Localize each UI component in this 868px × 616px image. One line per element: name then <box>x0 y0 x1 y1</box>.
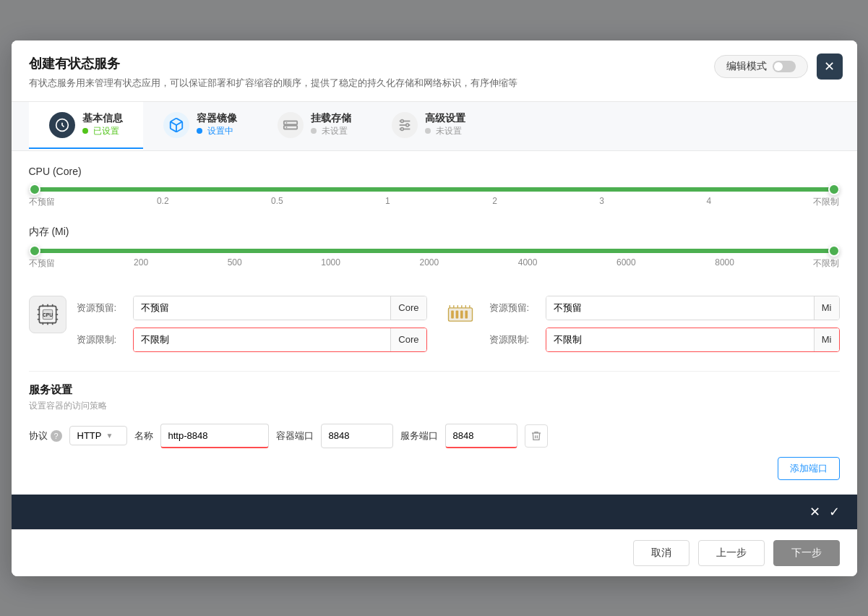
tab-container-title: 容器镜像 <box>197 112 237 125</box>
tab-basic-title: 基本信息 <box>82 112 123 125</box>
name-label: 名称 <box>134 429 153 442</box>
tab-basic[interactable]: 基本信息 已设置 <box>29 102 143 150</box>
cpu-slider-thumb-right[interactable] <box>828 184 840 195</box>
service-settings-desc: 设置容器的访问策略 <box>29 400 840 412</box>
cpu-tick-6: 4 <box>706 196 711 208</box>
memory-slider-thumb-right[interactable] <box>828 245 840 257</box>
service-settings-title: 服务设置 <box>29 383 840 397</box>
tab-storage-dot <box>311 128 317 134</box>
protocol-help-icon[interactable]: ? <box>51 430 62 442</box>
tab-storage-title: 挂载存储 <box>311 112 351 125</box>
next-button[interactable]: 下一步 <box>773 540 840 566</box>
name-input[interactable] <box>160 424 269 448</box>
memory-reserve-row: 资源预留: Mi <box>489 296 840 320</box>
svg-point-9 <box>400 119 403 122</box>
tab-basic-subtitle: 已设置 <box>82 125 123 137</box>
tab-storage[interactable]: 挂载存储 未设置 <box>257 102 371 150</box>
tab-advanced-icon <box>392 112 418 138</box>
cpu-limit-input[interactable] <box>134 328 391 351</box>
main-modal: 创建有状态服务 有状态服务用来管理有状态应用，可以保证部署和扩容缩容的顺序，提供… <box>12 40 857 576</box>
memory-slider-track <box>29 249 840 253</box>
svg-text:CPU: CPU <box>42 312 52 317</box>
svg-point-11 <box>400 127 403 130</box>
cpu-icon: CPU <box>29 296 66 333</box>
tab-advanced-subtitle: 未设置 <box>425 125 465 137</box>
cpu-reserve-input[interactable] <box>134 296 391 320</box>
memory-slider-section: 内存 (Mi) 不预留 200 500 1000 2000 4000 6000 … <box>12 223 857 284</box>
edit-mode-button[interactable]: 编辑模式 <box>714 55 808 78</box>
add-port-button[interactable]: 添加端口 <box>778 457 840 480</box>
modal-footer: 取消 上一步 下一步 <box>12 529 857 576</box>
tab-container-icon <box>163 112 189 138</box>
cpu-slider-track-wrap[interactable] <box>29 187 840 192</box>
mem-tick-5: 4000 <box>518 257 538 270</box>
tab-advanced-title: 高级设置 <box>425 112 465 125</box>
cpu-tick-3: 1 <box>385 196 390 208</box>
cpu-tick-0: 不预留 <box>29 196 55 208</box>
cpu-limit-label: 资源限制: <box>77 333 127 346</box>
service-settings-section: 服务设置 设置容器的访问策略 协议 ? HTTP ▼ 名称 <box>12 372 857 495</box>
svg-rect-31 <box>465 310 468 318</box>
cpu-slider-ticks: 不预留 0.2 0.5 1 2 3 4 不限制 <box>29 196 840 208</box>
mem-tick-2: 500 <box>228 257 242 270</box>
svg-point-10 <box>405 124 408 127</box>
tab-advanced[interactable]: 高级设置 未设置 <box>371 102 486 150</box>
header-controls: 编辑模式 ✕ <box>714 54 843 80</box>
service-port-input[interactable] <box>445 424 517 448</box>
bottom-confirm-button[interactable]: ✓ <box>829 504 840 520</box>
svg-rect-30 <box>460 310 463 318</box>
memory-reserve-unit: Mi <box>814 296 839 320</box>
port-row: 协议 ? HTTP ▼ 名称 容器端口 服务端口 <box>29 424 840 448</box>
memory-slider-label: 内存 (Mi) <box>29 226 840 239</box>
tab-container-dot <box>197 128 202 134</box>
container-port-input[interactable] <box>321 424 393 448</box>
memory-reserve-label: 资源预留: <box>489 301 540 315</box>
memory-slider-ticks: 不预留 200 500 1000 2000 4000 6000 8000 不限制 <box>29 257 840 270</box>
cpu-limit-row: 资源限制: Core <box>77 328 427 352</box>
back-button[interactable]: 上一步 <box>698 540 765 566</box>
cpu-reserve-input-wrap: Core <box>133 296 427 320</box>
mem-tick-6: 6000 <box>616 257 636 270</box>
protocol-select[interactable]: HTTP ▼ <box>69 426 127 445</box>
tab-basic-dot <box>82 128 88 134</box>
cpu-tick-7: 不限制 <box>813 196 839 208</box>
tab-basic-text: 基本信息 已设置 <box>82 112 123 137</box>
mem-tick-7: 8000 <box>715 257 734 270</box>
cpu-tick-5: 3 <box>599 196 604 208</box>
tab-container[interactable]: 容器镜像 设置中 <box>143 102 257 150</box>
delete-port-button[interactable] <box>525 424 548 448</box>
modal-header: 创建有状态服务 有状态服务用来管理有状态应用，可以保证部署和扩容缩容的顺序，提供… <box>12 40 857 102</box>
tab-container-subtitle: 设置中 <box>197 125 237 137</box>
memory-limit-input[interactable] <box>546 328 814 351</box>
cpu-resource-fields: 资源预留: Core 资源限制: Core <box>77 296 427 359</box>
cpu-tick-4: 2 <box>492 196 497 208</box>
modal-close-button[interactable]: ✕ <box>817 54 843 80</box>
service-port-label: 服务端口 <box>400 429 438 442</box>
tab-container-text: 容器镜像 设置中 <box>197 112 237 137</box>
memory-reserve-input[interactable] <box>546 296 814 320</box>
memory-slider-thumb-left[interactable] <box>29 245 40 257</box>
cpu-slider-section: CPU (Core) 不预留 0.2 0.5 1 2 3 4 不限制 <box>12 151 857 223</box>
modal-content: CPU (Core) 不预留 0.2 0.5 1 2 3 4 不限制 <box>12 151 857 529</box>
edit-mode-label: 编辑模式 <box>726 60 767 73</box>
tab-storage-subtitle: 未设置 <box>311 125 351 137</box>
svg-rect-28 <box>451 310 454 318</box>
mem-tick-1: 200 <box>134 257 148 270</box>
memory-resource-fields: 资源预留: Mi 资源限制: Mi <box>489 296 840 359</box>
bottom-action-bar: ✕ ✓ <box>12 495 857 529</box>
tab-basic-icon <box>49 112 75 138</box>
bottom-close-button[interactable]: ✕ <box>809 504 820 520</box>
resource-grid: CPU <box>12 284 857 371</box>
memory-limit-label: 资源限制: <box>489 333 540 346</box>
tab-advanced-dot <box>425 128 431 134</box>
tab-storage-icon <box>278 112 304 138</box>
cpu-tick-2: 0.5 <box>271 196 283 208</box>
tabs-bar: 基本信息 已设置 容器镜像 设置中 <box>12 102 857 151</box>
cancel-button[interactable]: 取消 <box>633 540 689 566</box>
cpu-limit-unit: Core <box>390 328 426 351</box>
edit-mode-toggle[interactable] <box>773 61 796 72</box>
cpu-reserve-row: 资源预留: Core <box>77 296 427 320</box>
memory-slider-track-wrap[interactable] <box>29 249 840 253</box>
cpu-slider-thumb-left[interactable] <box>29 184 40 195</box>
mem-tick-4: 2000 <box>419 257 439 270</box>
